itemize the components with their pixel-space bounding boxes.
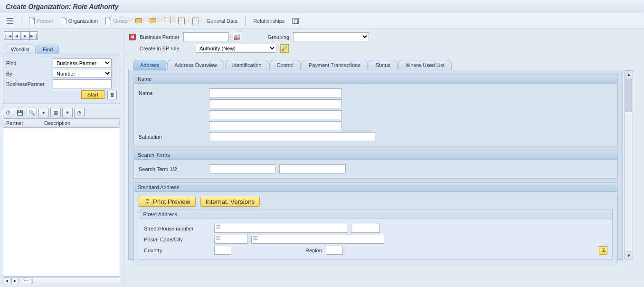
person-button[interactable]: Person (27, 17, 55, 25)
name-input-1[interactable] (209, 88, 342, 97)
scroll-right-button[interactable]: ► (11, 277, 19, 284)
house-number-input[interactable] (351, 224, 379, 233)
scroll-down-button[interactable]: ▼ (625, 251, 633, 259)
tab-address-overview[interactable]: Address Overview (167, 60, 224, 70)
page-title: Create Organization: Role Authority (0, 0, 644, 13)
disk-icon: 💾 (17, 110, 23, 116)
expand-address-button[interactable]: ⊞ (599, 246, 607, 255)
bp-selected-indicator[interactable]: ✖ (129, 34, 136, 40)
horizontal-scrollbar[interactable]: ◄ ► ⋯ (3, 277, 120, 284)
bp-display-button[interactable]: 🏭 (233, 33, 241, 41)
tab-find[interactable]: Find (37, 45, 59, 54)
next-button[interactable] (162, 17, 172, 25)
role-info-button[interactable]: 🔎 (280, 44, 289, 53)
start-button[interactable]: Start (81, 90, 104, 99)
salutation-input[interactable] (209, 132, 375, 141)
scroll-thumb[interactable] (625, 79, 632, 112)
name-input-3[interactable] (209, 110, 342, 119)
col-description[interactable]: Description (41, 119, 120, 127)
delete-button[interactable]: 🗑 (107, 90, 117, 99)
tab-find-label: Find (43, 47, 53, 52)
box-button[interactable] (190, 17, 201, 25)
tab-where-used[interactable]: Where-Used List (398, 60, 452, 70)
general-data-button[interactable]: General Data (205, 17, 239, 25)
bp-header: ✖ Business Partner 🏭 Grouping Create in … (123, 29, 644, 57)
left-grid-toolbar: ⏱ 💾 🔍 ▾ ▦ ☀ ◔ (3, 108, 120, 117)
print-preview-button[interactable]: 🖨 Print Preview (139, 197, 196, 207)
vertical-scrollbar[interactable]: ▲ ▼ (625, 70, 633, 259)
region-label: Region (305, 248, 322, 253)
scroll-left-button[interactable]: ◄ (3, 277, 10, 284)
document-icon (61, 18, 66, 24)
nav-prev-button[interactable]: ◄ (12, 31, 21, 40)
arrow-right-icon (164, 18, 170, 24)
tab-status[interactable]: Status (369, 60, 398, 70)
relationships-label: Relationships (253, 18, 284, 24)
country-input[interactable] (214, 246, 231, 255)
tab-overview-label: Address Overview (174, 62, 217, 68)
graphic-button[interactable]: ☀ (62, 108, 73, 117)
tab-control[interactable]: Control (269, 60, 300, 70)
expand-icon: ⊞ (601, 247, 606, 253)
find-select[interactable]: Business Partner (53, 58, 112, 67)
execute-button[interactable]: ⏱ (3, 108, 13, 117)
tab-identification[interactable]: Identification (225, 60, 269, 70)
city-input[interactable] (251, 235, 384, 244)
nav-first-button[interactable]: ❘◄ (4, 31, 12, 40)
menu-button[interactable] (5, 17, 15, 25)
organization-button[interactable]: Organization (59, 17, 100, 25)
save-button[interactable]: 💾 (15, 108, 25, 117)
name-label: Name (139, 90, 205, 96)
left-panel: ❘◄ ◄ ► ►❘ Worklist Find Find Business Pa… (0, 29, 123, 287)
layout-button[interactable]: ▦ (50, 108, 61, 117)
street-input[interactable] (214, 224, 347, 233)
scroll-track[interactable] (32, 277, 120, 284)
bp-number-input[interactable] (183, 32, 229, 41)
grid-icon: ▦ (53, 110, 58, 116)
scroll-thumb[interactable]: ⋯ (20, 277, 31, 284)
group-address-header: Standard Address (134, 183, 617, 192)
tab-worklist[interactable]: Worklist (5, 45, 36, 54)
bp-role-select[interactable]: Authority (New) (196, 44, 276, 53)
grid-body[interactable] (3, 128, 120, 277)
group-button[interactable]: Group (104, 17, 130, 25)
postal-code-input[interactable] (214, 235, 247, 244)
tab-address-label: Address (140, 62, 159, 68)
nav-next-button[interactable]: ► (21, 31, 29, 40)
watermark: © www.tutorialkart.com (119, 14, 202, 24)
relationships-icon-button[interactable] (290, 17, 301, 25)
binocular-icon: 🔍 (28, 110, 35, 116)
trash-icon: 🗑 (110, 92, 115, 97)
country-label: Country (144, 248, 210, 253)
street-label: Street/House number (144, 226, 210, 231)
internat-versions-button[interactable]: Internat. Versions (200, 197, 260, 207)
find-button[interactable]: 🔍 (27, 108, 37, 117)
search-term-2-input[interactable] (279, 164, 346, 173)
search-term-1-input[interactable] (209, 164, 275, 173)
bp-field-label: BusinessPartner (6, 81, 50, 87)
person-label: Person (37, 18, 53, 24)
open2-button[interactable] (148, 17, 158, 24)
group-search-header: Search Terms (134, 151, 617, 160)
factory-icon: 🏭 (234, 34, 240, 40)
nav-last-button[interactable]: ►❘ (29, 31, 38, 40)
scroll-up-button[interactable]: ▲ (625, 71, 633, 78)
check-button[interactable] (176, 17, 187, 25)
col-partner[interactable]: Partner (3, 119, 41, 127)
postal-label: Postal Code/City (144, 237, 210, 242)
palette-button[interactable]: ◔ (74, 108, 85, 117)
separator (21, 16, 21, 26)
by-select[interactable]: Number (53, 69, 112, 78)
tab-status-label: Status (376, 62, 390, 68)
grouping-select[interactable] (293, 32, 369, 41)
chart-icon: ☀ (65, 110, 70, 116)
open-button[interactable] (133, 17, 144, 24)
region-input[interactable] (326, 246, 343, 255)
name-input-4[interactable] (209, 121, 342, 130)
filter-button[interactable]: ▾ (38, 108, 49, 117)
tab-address[interactable]: Address (133, 60, 166, 70)
relationships-button[interactable]: Relationships (251, 17, 286, 25)
tab-payment[interactable]: Payment Transactions (302, 60, 368, 70)
bp-field-input[interactable] (53, 79, 112, 88)
name-input-2[interactable] (209, 99, 342, 108)
